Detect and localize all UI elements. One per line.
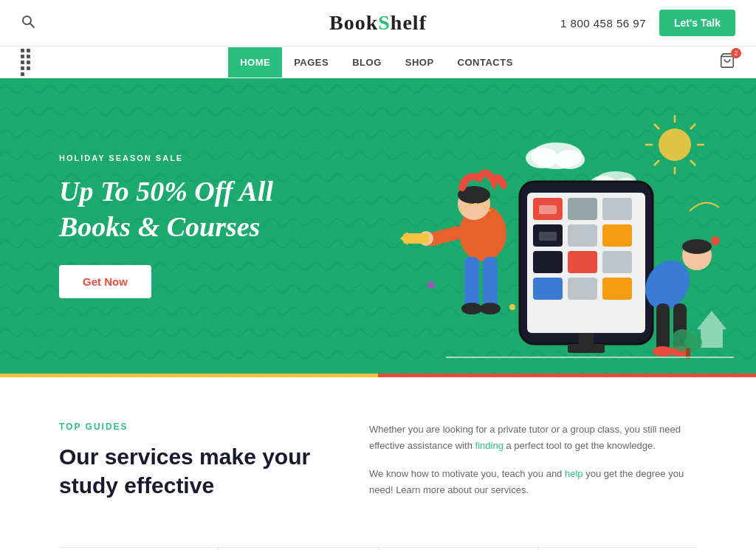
svg-line-12: [654, 160, 659, 165]
services-desc-1: Whether you are looking for a private tu…: [369, 422, 697, 454]
nav-links: HOME PAGES BLOG SHOP CONTACTS: [228, 47, 525, 78]
services-description: Whether you are looking for a private tu…: [369, 422, 697, 510]
svg-rect-25: [483, 257, 498, 309]
grid-dot: [27, 55, 30, 58]
hero-section: HOLIDAY SEASON SALE Up To 50% Off All Bo…: [0, 78, 756, 374]
top-bar-left: [21, 14, 35, 32]
svg-rect-36: [568, 224, 597, 247]
grid-dot: [27, 49, 30, 52]
hero-illustration: [350, 86, 734, 374]
nav-item-home[interactable]: HOME: [228, 47, 282, 78]
svg-rect-38: [533, 251, 563, 273]
hero-content: HOLIDAY SEASON SALE Up To 50% Off All Bo…: [0, 109, 347, 343]
nav-link-shop[interactable]: SHOP: [394, 47, 446, 78]
svg-point-62: [427, 281, 435, 289]
service-cards: Branding Project Management Human Resour…: [59, 547, 697, 550]
nav-item-blog[interactable]: BLOG: [340, 47, 394, 78]
svg-line-10: [690, 160, 695, 165]
grid-dot: [27, 66, 30, 70]
grid-dot: [21, 72, 24, 76]
services-section: TOP GUIDES Our services make your study …: [0, 377, 756, 550]
nav-link-pages[interactable]: PAGES: [282, 47, 340, 78]
svg-rect-45: [539, 232, 557, 241]
svg-point-4: [659, 128, 691, 161]
svg-line-11: [690, 124, 695, 129]
svg-line-1: [30, 24, 35, 28]
nav-item-contacts[interactable]: CONTACTS: [446, 47, 525, 78]
grid-dot: [21, 66, 24, 70]
svg-rect-24: [464, 257, 479, 309]
svg-point-15: [555, 150, 585, 169]
navigation: HOME PAGES BLOG SHOP CONTACTS 2: [0, 46, 756, 78]
hero-title: Up To 50% Off All Books & Courses: [59, 174, 288, 244]
section-label: TOP GUIDES: [59, 422, 325, 432]
svg-rect-42: [568, 278, 597, 300]
svg-point-50: [682, 239, 712, 254]
cart-badge: 2: [731, 48, 741, 58]
hero-sale-label: HOLIDAY SEASON SALE: [59, 154, 288, 162]
svg-point-64: [509, 304, 515, 310]
logo[interactable]: BookShelf: [329, 11, 427, 35]
svg-rect-39: [568, 251, 597, 273]
nav-link-blog[interactable]: BLOG: [340, 47, 394, 78]
top-bar-center: BookShelf: [329, 11, 427, 35]
grid-dot: [21, 49, 24, 52]
top-bar: BookShelf 1 800 458 56 97 Let's Talk: [0, 0, 756, 46]
lets-talk-button[interactable]: Let's Talk: [659, 10, 735, 36]
svg-point-14: [526, 148, 558, 168]
svg-rect-40: [602, 251, 632, 273]
svg-rect-47: [579, 333, 594, 346]
nav-item-shop[interactable]: SHOP: [394, 47, 446, 78]
top-bar-right: 1 800 458 56 97 Let's Talk: [560, 10, 735, 36]
search-button[interactable]: [21, 14, 35, 32]
svg-rect-44: [539, 205, 557, 214]
svg-marker-29: [400, 232, 408, 245]
grid-dot: [21, 55, 24, 58]
svg-rect-43: [602, 278, 632, 300]
grid-dot: [21, 61, 24, 64]
hero-cta-button[interactable]: Get Now: [59, 265, 151, 298]
svg-rect-33: [568, 198, 597, 220]
svg-rect-57: [701, 329, 723, 348]
svg-point-63: [711, 236, 720, 245]
svg-rect-52: [656, 303, 670, 351]
grid-dot: [27, 61, 30, 64]
svg-rect-41: [533, 278, 563, 300]
nav-item-pages[interactable]: PAGES: [282, 47, 340, 78]
services-desc-2: We know how to motivate you, teach you a…: [369, 466, 697, 498]
nav-right: 2: [719, 52, 735, 72]
help-link[interactable]: help: [565, 468, 583, 479]
services-top: TOP GUIDES Our services make your study …: [59, 422, 697, 510]
svg-line-9: [654, 124, 659, 129]
svg-rect-34: [602, 198, 632, 220]
phone-number: 1 800 458 56 97: [560, 17, 646, 30]
nav-link-home[interactable]: HOME: [228, 47, 282, 78]
svg-marker-56: [697, 311, 726, 329]
svg-point-26: [461, 303, 482, 314]
nav-left: [21, 49, 34, 76]
section-title: Our services make your study effective: [59, 442, 325, 500]
grid-menu-icon[interactable]: [21, 49, 34, 76]
svg-point-27: [480, 303, 501, 314]
nav-link-contacts[interactable]: CONTACTS: [446, 47, 525, 78]
cart-icon[interactable]: 2: [719, 52, 735, 72]
svg-rect-37: [602, 224, 632, 247]
finding-link[interactable]: finding: [475, 440, 504, 451]
services-left: TOP GUIDES Our services make your study …: [59, 422, 325, 510]
